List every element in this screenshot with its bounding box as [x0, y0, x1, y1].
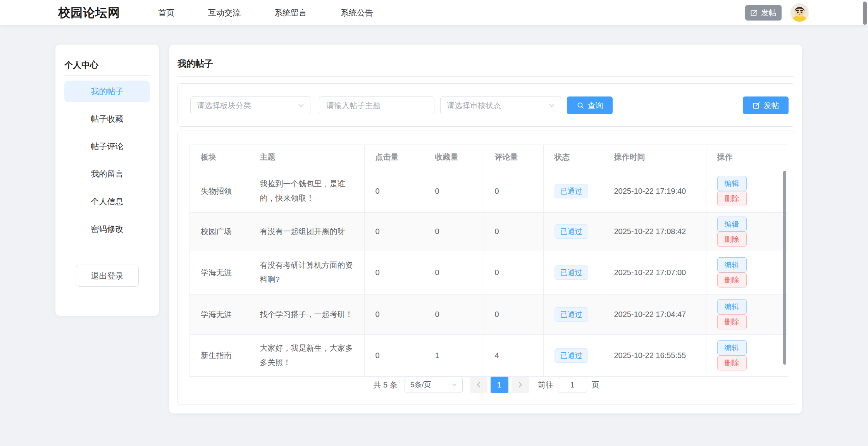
- cell-topic: 有没有一起组团开黑的呀: [249, 212, 364, 251]
- edit-button[interactable]: 编辑: [717, 217, 747, 232]
- status-badge: 已通过: [555, 184, 588, 198]
- cell-topic: 有没有考研计算机方面的资料啊?: [249, 251, 364, 294]
- cell-comments: 0: [484, 170, 543, 212]
- col-comments: 评论量: [484, 145, 543, 170]
- chevron-down-icon: [452, 383, 457, 386]
- logout-button[interactable]: 退出登录: [76, 265, 139, 287]
- delete-button[interactable]: 删除: [717, 272, 747, 288]
- brand-logo[interactable]: 校园论坛网: [58, 0, 120, 25]
- top-navbar: 校园论坛网 首页 互动交流 系统留言 系统公告 发帖: [0, 0, 868, 25]
- delete-button[interactable]: 删除: [717, 355, 747, 370]
- page-root: 校园论坛网 首页 互动交流 系统留言 系统公告 发帖: [0, 0, 868, 446]
- delete-button[interactable]: 删除: [717, 232, 747, 247]
- cell-topic: 我捡到一个钱包里，是谁的，快来领取！: [249, 170, 364, 212]
- search-button[interactable]: 查询: [567, 96, 613, 114]
- cell-time: 2025-10-22 17:08:42: [603, 212, 706, 251]
- sidebar-item-my-messages[interactable]: 我的留言: [64, 163, 150, 185]
- page-size-select[interactable]: 5条/页: [405, 377, 463, 393]
- cell-board: 学海无涯: [190, 251, 249, 294]
- window-scrollbar-thumb[interactable]: [863, 2, 867, 25]
- edit-button[interactable]: 编辑: [717, 257, 747, 272]
- table-row: 校园广场 有没有一起组团开黑的呀 0 0 0 已通过 2025-10-22 17…: [190, 212, 788, 251]
- status-badge: 已通过: [555, 224, 588, 239]
- nav-item-home[interactable]: 首页: [158, 7, 174, 18]
- cell-actions: 编辑删除: [706, 251, 788, 294]
- status-badge: 已通过: [555, 265, 588, 280]
- cell-board: 校园广场: [190, 212, 249, 251]
- next-page-button[interactable]: [512, 377, 529, 393]
- cell-time: 2025-10-22 17:19:40: [603, 170, 706, 212]
- cell-actions: 编辑删除: [706, 294, 788, 334]
- cell-clicks: 0: [364, 251, 424, 294]
- cell-status: 已通过: [543, 170, 603, 212]
- cell-comments: 0: [484, 251, 543, 294]
- cell-status: 已通过: [543, 334, 603, 376]
- col-actions: 操作: [706, 145, 788, 170]
- status-badge: 已通过: [555, 307, 588, 322]
- status-badge: 已通过: [555, 348, 588, 363]
- audit-status-select[interactable]: 请选择审核状态: [440, 96, 561, 114]
- magnifier-icon: [577, 102, 584, 109]
- cell-board: 学海无涯: [190, 294, 249, 334]
- cell-actions: 编辑删除: [706, 334, 788, 376]
- cell-time: 2025-10-22 16:55:55: [603, 334, 706, 376]
- cell-time: 2025-10-22 17:07:00: [603, 251, 706, 294]
- edit-button[interactable]: 编辑: [717, 340, 747, 355]
- page-title: 我的帖子: [177, 58, 213, 70]
- sidebar-item-post-favorites[interactable]: 帖子收藏: [64, 108, 150, 130]
- col-clicks: 点击量: [364, 145, 424, 170]
- cell-clicks: 0: [364, 334, 424, 376]
- pagination-total: 共 5 条: [373, 380, 397, 390]
- page-size-value: 5条/页: [410, 380, 431, 390]
- table-scrollbar-thumb[interactable]: [783, 171, 786, 365]
- pen-square-icon: [753, 102, 760, 109]
- nav-item-interaction[interactable]: 互动交流: [208, 7, 241, 18]
- table-row: 学海无涯 找个学习搭子，一起考研！ 0 0 0 已通过 2025-10-22 1…: [190, 294, 788, 334]
- page-number-button[interactable]: 1: [491, 377, 508, 393]
- sidebar-divider: [64, 250, 150, 250]
- prev-page-button[interactable]: [470, 377, 487, 393]
- sidebar-item-my-posts[interactable]: 我的帖子: [64, 81, 150, 102]
- cell-topic: 大家好，我是新生，大家多多关照！: [249, 334, 364, 376]
- posts-table: 板块 主题 点击量 收藏量 评论量 状态 操作时间 操作 失物招领: [189, 145, 788, 377]
- cell-actions: 编辑删除: [706, 212, 788, 251]
- cell-comments: 0: [484, 212, 543, 251]
- cartoon-boy-icon: [790, 3, 809, 22]
- cell-favorites: 0: [424, 212, 484, 251]
- table-row: 学海无涯 有没有考研计算机方面的资料啊? 0 0 0 已通过 2025-10-2…: [190, 251, 788, 294]
- create-post-button[interactable]: 发帖: [743, 96, 789, 114]
- cell-favorites: 1: [424, 334, 484, 376]
- pen-square-icon: [750, 9, 758, 17]
- navbar-post-button[interactable]: 发帖: [745, 5, 782, 21]
- delete-button[interactable]: 删除: [717, 314, 747, 329]
- main-nav: 首页 互动交流 系统留言 系统公告: [158, 0, 373, 25]
- cell-favorites: 0: [424, 170, 484, 212]
- sidebar-divider: [64, 75, 150, 76]
- delete-button[interactable]: 删除: [717, 191, 747, 206]
- sidebar-item-post-comments[interactable]: 帖子评论: [64, 136, 150, 157]
- create-post-label: 发帖: [764, 100, 779, 111]
- filter-bar: 请选择板块分类 请选择审核状态 查询: [177, 83, 795, 127]
- sidebar-item-change-password[interactable]: 密码修改: [64, 218, 150, 240]
- goto-label: 前往: [538, 380, 553, 390]
- board-category-select[interactable]: 请选择板块分类: [190, 96, 310, 114]
- topic-search-input[interactable]: [319, 96, 434, 114]
- goto-page-input[interactable]: [558, 377, 587, 393]
- edit-button[interactable]: 编辑: [717, 176, 747, 191]
- sidebar-title: 个人中心: [64, 59, 98, 71]
- edit-button[interactable]: 编辑: [717, 299, 747, 314]
- cell-clicks: 0: [364, 170, 424, 212]
- pagination: 共 5 条 5条/页 1 前往: [178, 376, 795, 394]
- title-divider: [177, 76, 794, 77]
- chevron-left-icon: [477, 379, 480, 390]
- personal-center-sidebar: 个人中心 我的帖子 帖子收藏 帖子评论 我的留言 个人信息 密码修改 退出登录: [55, 45, 159, 316]
- cell-comments: 0: [484, 294, 543, 334]
- board-category-placeholder: 请选择板块分类: [197, 100, 251, 111]
- cell-board: 失物招领: [190, 170, 249, 212]
- nav-item-messages[interactable]: 系统留言: [274, 7, 307, 18]
- cell-topic: 找个学习搭子，一起考研！: [249, 294, 364, 334]
- sidebar-item-personal-info[interactable]: 个人信息: [64, 191, 150, 212]
- user-avatar[interactable]: [790, 3, 809, 22]
- posts-table-container: 板块 主题 点击量 收藏量 评论量 状态 操作时间 操作 失物招领: [177, 131, 795, 405]
- nav-item-announcements[interactable]: 系统公告: [341, 7, 373, 18]
